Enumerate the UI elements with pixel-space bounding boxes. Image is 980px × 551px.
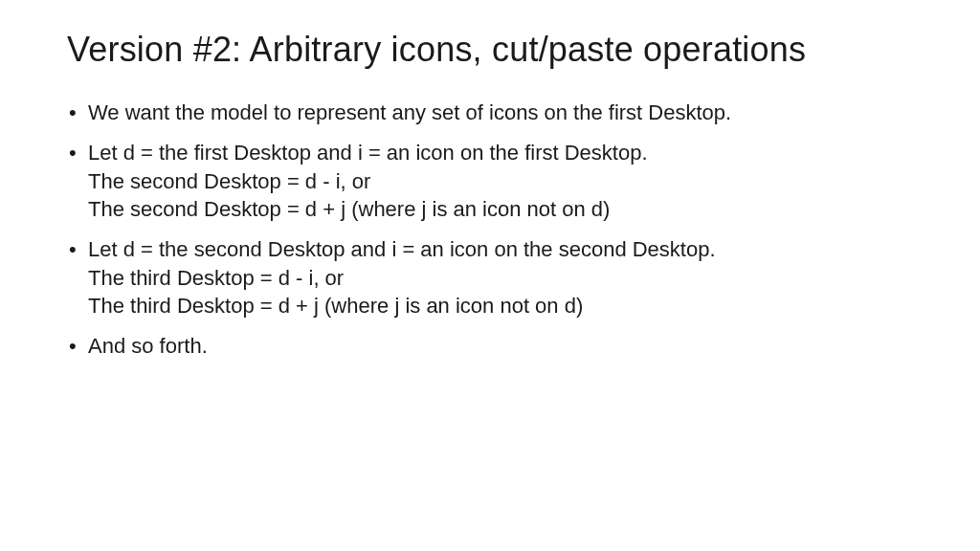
bullet-text: Let d = the second Desktop and i = an ic… — [88, 235, 913, 264]
bullet-text: The third Desktop = d + j (where j is an… — [88, 292, 913, 320]
list-item: Let d = the second Desktop and i = an ic… — [67, 235, 913, 320]
bullet-text: The third Desktop = d - i, or — [88, 264, 913, 293]
list-item: Let d = the first Desktop and i = an ico… — [67, 139, 913, 224]
bullet-text: Let d = the first Desktop and i = an ico… — [88, 139, 913, 167]
bullet-text: The second Desktop = d + j (where j is a… — [88, 195, 913, 224]
bullet-text: And so forth. — [88, 332, 913, 361]
list-item: We want the model to represent any set o… — [67, 99, 913, 127]
bullet-text: The second Desktop = d - i, or — [88, 167, 913, 196]
slide-title: Version #2: Arbitrary icons, cut/paste o… — [67, 29, 913, 70]
bullet-text: We want the model to represent any set o… — [88, 99, 913, 127]
bullet-list: We want the model to represent any set o… — [67, 99, 913, 361]
list-item: And so forth. — [67, 332, 913, 361]
